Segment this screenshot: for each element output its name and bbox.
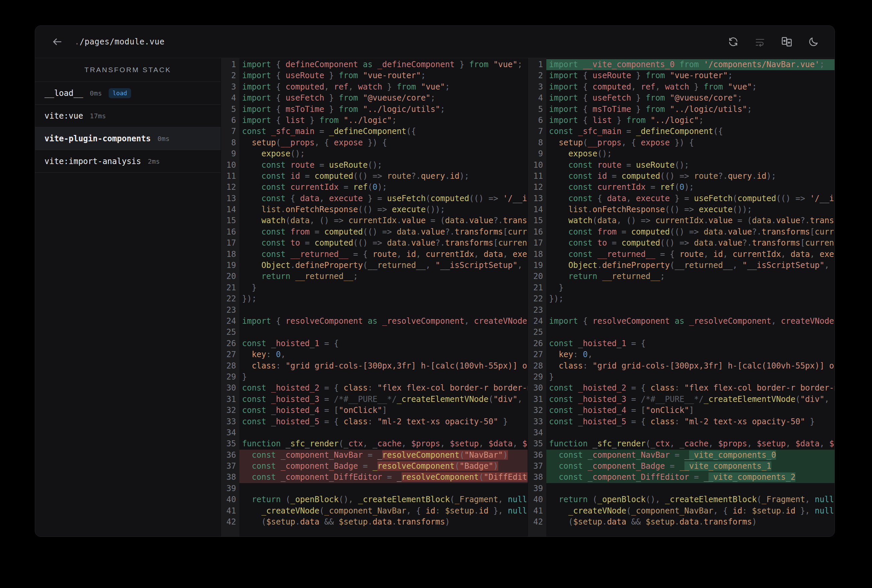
line-number: 33 — [221, 416, 236, 427]
line-number: 38 — [528, 472, 543, 483]
code-line: import { computed, ref, watch } from "vu… — [239, 81, 528, 93]
line-number: 14 — [221, 204, 236, 215]
code-line: const route = useRoute(); — [546, 160, 834, 171]
code-line: const _component_DiffEditor = __vite_com… — [546, 472, 834, 483]
code-line: return (_openBlock(), _createElementBloc… — [239, 494, 528, 505]
code-line: const route = useRoute(); — [239, 160, 528, 171]
line-number: 31 — [528, 394, 543, 405]
code-line: import { useFetch } from "@vueuse/core"; — [546, 93, 834, 104]
code-line: key: 0, — [546, 349, 834, 360]
line-number: 39 — [528, 483, 543, 494]
code-line: const { data, execute } = useFetch(compu… — [239, 193, 528, 204]
code-line: list.onFetchResponse(() => execute()); — [239, 204, 528, 215]
code-line: const _component_DiffEditor = _resolveCo… — [239, 472, 528, 483]
line-number: 42 — [221, 516, 236, 528]
line-number: 7 — [221, 126, 236, 137]
line-number: 27 — [528, 349, 543, 360]
line-number-gutter: 1234567891011121314151617181920212223242… — [221, 58, 239, 537]
code-line: Object.defineProperty(__returned__, "__i… — [546, 260, 834, 271]
code-line: const _hoisted_4 = ["onClick"] — [546, 405, 834, 416]
code-line: _createVNode(_component_NavBar, { id: $s… — [239, 506, 528, 516]
line-number: 11 — [528, 171, 543, 182]
line-number: 4 — [528, 93, 543, 104]
code-line: import { list } from "../logic"; — [546, 115, 834, 126]
code-line: watch(data, () => currentIdx.value = (da… — [239, 215, 528, 226]
line-number: 28 — [528, 360, 543, 372]
code-line: import { resolveComponent as _resolveCom… — [546, 316, 834, 327]
line-number: 37 — [528, 461, 543, 472]
refresh-icon[interactable] — [727, 35, 740, 48]
line-number: 21 — [221, 282, 236, 293]
line-number: 5 — [528, 104, 543, 115]
line-number: 20 — [528, 271, 543, 282]
line-number: 36 — [528, 450, 543, 461]
code-line: const id = computed(() => route?.query.i… — [239, 171, 528, 182]
line-number: 20 — [221, 271, 236, 282]
side-by-side-diff-icon[interactable] — [780, 35, 793, 48]
code-line: Object.defineProperty(__returned__, "__i… — [239, 260, 528, 271]
code-line: key: 0, — [239, 349, 528, 360]
line-number: 12 — [221, 182, 236, 193]
sidebar-item-vite-import-analysis[interactable]: vite:import-analysis 2ms — [35, 150, 221, 173]
line-number: 40 — [528, 494, 543, 505]
transform-stack-header: TRANSFORM STACK — [35, 58, 221, 82]
code-line: const _hoisted_1 = { — [546, 338, 834, 349]
code-line: const _hoisted_5 = { class: "ml-2 text-x… — [239, 416, 528, 427]
code-line: return __returned__; — [239, 271, 528, 282]
code-line: const _sfc_main = _defineComponent({ — [239, 126, 528, 137]
line-number: 34 — [221, 427, 236, 438]
plugin-time: 2ms — [148, 158, 160, 165]
code-line: const _hoisted_5 = { class: "ml-2 text-x… — [546, 416, 834, 427]
code-line: setup(__props, { expose }) { — [546, 137, 834, 148]
line-number: 14 — [528, 204, 543, 215]
plugin-name: vite:import-analysis — [45, 157, 141, 166]
code-line: const _hoisted_2 = { class: "flex flex-c… — [239, 382, 528, 393]
line-number: 18 — [528, 249, 543, 260]
line-number: 32 — [221, 405, 236, 416]
code-line: expose(); — [546, 148, 834, 159]
code-line: const id = computed(() => route?.query.i… — [546, 171, 834, 182]
line-wrap-icon[interactable] — [754, 35, 766, 48]
code-line: import { useFetch } from "@vueuse/core"; — [239, 93, 528, 104]
code-line: } — [546, 282, 834, 293]
line-number: 32 — [528, 405, 543, 416]
line-number: 37 — [221, 461, 236, 472]
code-line: const _hoisted_3 = /*#__PURE__*/_createE… — [239, 394, 528, 405]
line-number: 35 — [528, 438, 543, 449]
dark-mode-toggle-icon[interactable] — [807, 35, 820, 48]
code-line: return (_openBlock(), _createElementBloc… — [546, 494, 834, 505]
sidebar-item-load[interactable]: __load__ 0ms load — [35, 82, 221, 105]
code-line: const currentIdx = ref(0); — [239, 182, 528, 193]
line-number: 5 — [221, 104, 236, 115]
line-number: 16 — [221, 226, 236, 237]
line-number: 40 — [221, 494, 236, 505]
line-number: 3 — [221, 81, 236, 93]
line-number: 28 — [221, 360, 236, 372]
code-line: import { resolveComponent as _resolveCom… — [239, 316, 528, 327]
code-line: function _sfc_render(_ctx, _cache, $prop… — [239, 438, 528, 449]
code-line: import { defineComponent as _defineCompo… — [239, 59, 528, 70]
diff-pane-before[interactable]: 1234567891011121314151617181920212223242… — [221, 58, 528, 537]
sidebar-item-vite-plugin-components[interactable]: vite-plugin-components 0ms — [35, 127, 221, 150]
main-area: TRANSFORM STACK __load__ 0ms load vite:v… — [35, 58, 834, 537]
line-number: 1 — [528, 59, 543, 70]
line-number: 2 — [221, 70, 236, 81]
sidebar-item-vite-vue[interactable]: vite:vue 17ms — [35, 105, 221, 127]
line-number: 16 — [528, 226, 543, 237]
code-line: const _component_NavBar = __vite_compone… — [546, 450, 834, 461]
plugin-time: 17ms — [90, 112, 106, 120]
back-button[interactable] — [50, 34, 65, 49]
plugin-name: vite:vue — [45, 111, 83, 121]
code-line: const _component_NavBar = _resolveCompon… — [239, 450, 528, 461]
line-number: 23 — [528, 305, 543, 316]
line-number: 29 — [221, 372, 236, 382]
code-line: list.onFetchResponse(() => execute()); — [546, 204, 834, 215]
code-line: const to = computed(() => data.value?.tr… — [239, 237, 528, 249]
line-number: 8 — [221, 137, 236, 148]
code-line: class: "grid grid-cols-[300px,3fr] h-[ca… — [239, 360, 528, 372]
code-line — [239, 427, 528, 438]
line-number: 2 — [528, 70, 543, 81]
diff-pane-after[interactable]: 1234567891011121314151617181920212223242… — [528, 58, 834, 537]
line-number: 24 — [221, 316, 236, 327]
line-number: 29 — [528, 372, 543, 382]
